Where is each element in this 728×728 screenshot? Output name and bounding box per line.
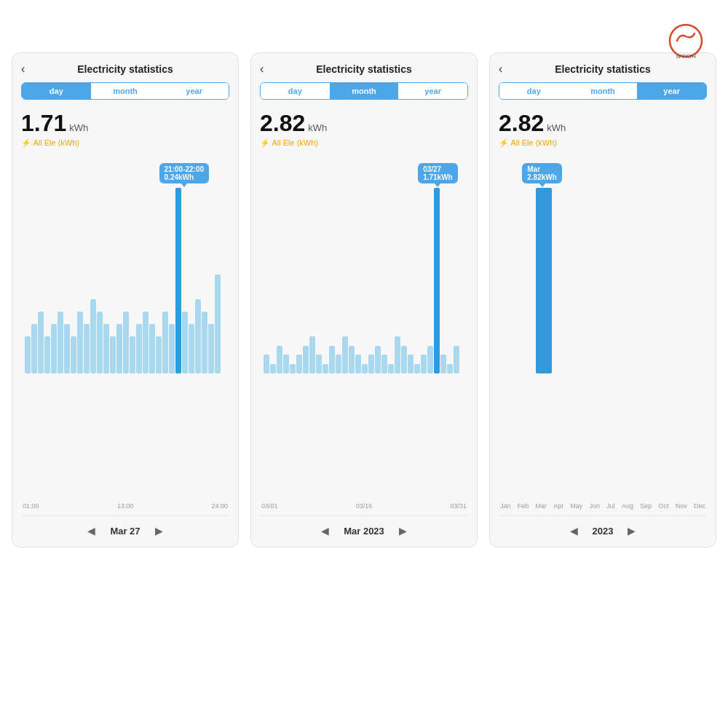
bar: [202, 312, 207, 373]
bar: [381, 355, 387, 373]
tab-year[interactable]: year: [637, 83, 706, 99]
phone-screen-day-screen: ‹ Electricity statisticsdaymonthyear1.71…: [12, 52, 239, 547]
screen-header: ‹ Electricity statistics: [499, 63, 707, 75]
bar: [329, 346, 335, 373]
phone-screen-month-screen: ‹ Electricity statisticsdaymonthyear2.82…: [250, 52, 478, 547]
nav-next[interactable]: ▶: [399, 525, 407, 537]
bar: [362, 364, 368, 373]
bar: [421, 355, 427, 373]
chart-svg: [499, 155, 707, 373]
nav-next[interactable]: ▶: [155, 525, 163, 537]
bar: [162, 312, 168, 373]
stat-number: 2.82: [499, 110, 544, 137]
bar: [536, 188, 552, 373]
bar: [388, 364, 394, 373]
tab-bar: daymonthyear: [260, 82, 468, 100]
x-label: Jun: [590, 502, 601, 510]
stat-unit: kWh: [308, 122, 327, 133]
tab-year[interactable]: year: [159, 83, 229, 99]
x-label: Apr: [553, 502, 563, 510]
tab-month[interactable]: month: [91, 83, 160, 99]
x-axis: 01:0013:0024:00: [21, 502, 229, 510]
bar: [414, 364, 420, 373]
chart-svg: [260, 155, 468, 373]
x-label: Oct: [658, 502, 668, 510]
stat-label: ⚡ All Ele (kWh): [499, 138, 707, 148]
nav-prev[interactable]: ◀: [321, 525, 329, 537]
bar: [90, 299, 96, 373]
bar: [116, 324, 122, 373]
bar: [283, 355, 289, 373]
bar: [375, 346, 381, 373]
bar: [427, 346, 433, 373]
nav-label: Mar 2023: [344, 526, 384, 537]
x-label: 03/16: [356, 502, 373, 510]
nav-prev[interactable]: ◀: [87, 525, 95, 537]
x-label: May: [570, 502, 582, 510]
chart-area: Mar 2.82kWh: [499, 155, 707, 496]
nav-prev[interactable]: ◀: [570, 525, 578, 537]
bar: [342, 336, 348, 373]
screens-container: ‹ Electricity statisticsdaymonthyear1.71…: [0, 52, 728, 547]
bar: [143, 312, 149, 373]
back-arrow[interactable]: ‹: [499, 63, 502, 76]
stat-value: 2.82 kWh: [260, 110, 468, 137]
bar: [368, 355, 374, 373]
bar: [71, 336, 76, 373]
bar: [355, 355, 361, 373]
bar: [195, 299, 201, 373]
nav-next[interactable]: ▶: [628, 525, 636, 537]
x-label: Jul: [606, 502, 615, 510]
svg-text:SPFKTH: SPFKTH: [676, 54, 696, 59]
tab-bar: daymonthyear: [499, 82, 707, 100]
stat-unit: kWh: [69, 122, 88, 133]
chart-area: 03/27 1.71kWh: [260, 155, 468, 496]
tab-day[interactable]: day: [499, 83, 569, 99]
back-arrow[interactable]: ‹: [21, 63, 25, 76]
bar: [440, 355, 446, 373]
bar: [77, 312, 83, 373]
logo: SPFKTH: [664, 20, 708, 64]
x-label: 01:00: [23, 502, 39, 510]
chart-area: 21:00-22:00 0.24kWh: [21, 155, 229, 496]
bar: [31, 324, 37, 373]
tab-bar: daymonthyear: [21, 82, 229, 100]
bar: [189, 324, 194, 373]
bar: [103, 324, 109, 373]
nav-label: Mar 27: [110, 526, 140, 537]
bar: [130, 336, 135, 373]
bar: [401, 346, 407, 373]
back-arrow[interactable]: ‹: [260, 63, 264, 76]
bar: [136, 324, 142, 373]
screen-header: ‹ Electricity statistics: [21, 63, 229, 75]
bar: [38, 312, 44, 373]
bar: [169, 324, 175, 373]
tab-month[interactable]: month: [330, 83, 399, 99]
bar: [123, 312, 129, 373]
x-label: 03/31: [450, 502, 467, 510]
bar: [208, 324, 214, 373]
bar: [97, 312, 103, 373]
nav-footer: ◀ Mar 27 ▶: [21, 515, 229, 537]
screen-header: ‹ Electricity statistics: [260, 63, 468, 75]
bar: [149, 324, 155, 373]
header: SPFKTH: [0, 0, 728, 45]
tab-month[interactable]: month: [569, 83, 638, 99]
x-label: Dec: [694, 502, 705, 510]
stat-value: 1.71 kWh: [21, 110, 229, 137]
stat-label: ⚡ All Ele (kWh): [21, 138, 229, 148]
bar: [309, 336, 315, 373]
x-label: Feb: [518, 502, 529, 510]
x-label: 03/01: [261, 502, 278, 510]
bar: [264, 355, 269, 373]
bar: [51, 324, 57, 373]
stat-number: 2.82: [260, 110, 305, 137]
bar: [58, 312, 63, 373]
x-label: 13:00: [117, 502, 134, 510]
bar: [316, 355, 322, 373]
tab-day[interactable]: day: [22, 83, 91, 99]
tab-day[interactable]: day: [261, 83, 330, 99]
bar: [182, 312, 188, 373]
tab-year[interactable]: year: [398, 83, 467, 99]
bar: [303, 346, 309, 373]
